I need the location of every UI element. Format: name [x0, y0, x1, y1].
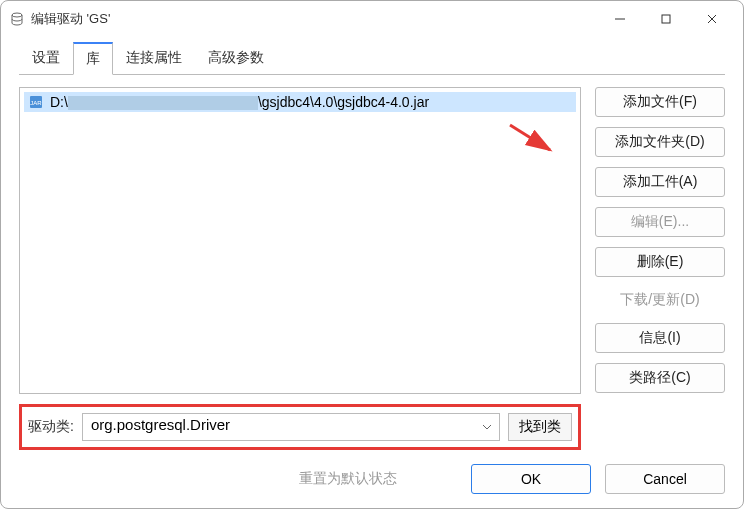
find-class-button[interactable]: 找到类: [508, 413, 572, 441]
driver-class-row: 驱动类: org.postgresql.Driver 找到类: [19, 404, 581, 450]
body-row: JAR D:\\gsjdbc4\4.0\gsjdbc4-4.0.jar 驱动类:…: [19, 87, 725, 450]
reset-default-label: 重置为默认状态: [19, 470, 397, 488]
cancel-button[interactable]: Cancel: [605, 464, 725, 494]
tab-bar: 设置 库 连接属性 高级参数: [19, 41, 725, 75]
tab-library[interactable]: 库: [73, 42, 113, 75]
classpath-button[interactable]: 类路径(C): [595, 363, 725, 393]
svg-point-0: [12, 13, 22, 17]
right-column: 添加文件(F) 添加文件夹(D) 添加工件(A) 编辑(E)... 删除(E) …: [595, 87, 725, 450]
ok-button[interactable]: OK: [471, 464, 591, 494]
delete-button[interactable]: 删除(E): [595, 247, 725, 277]
tab-advanced[interactable]: 高级参数: [195, 42, 277, 75]
driver-class-select[interactable]: org.postgresql.Driver: [82, 413, 500, 441]
spacer: [595, 403, 725, 450]
driver-class-select-wrap: org.postgresql.Driver: [82, 413, 500, 441]
svg-rect-2: [662, 15, 670, 23]
tab-connection[interactable]: 连接属性: [113, 42, 195, 75]
window-controls: [597, 3, 735, 35]
footer: 重置为默认状态 OK Cancel: [19, 464, 725, 494]
dialog-window: 编辑驱动 'GS' 设置 库 连接属性 高级参数 JAR: [0, 0, 744, 509]
file-path-suffix: \gsjdbc4\4.0\gsjdbc4-4.0.jar: [258, 94, 429, 110]
titlebar: 编辑驱动 'GS': [1, 1, 743, 37]
add-folder-button[interactable]: 添加文件夹(D): [595, 127, 725, 157]
tab-settings[interactable]: 设置: [19, 42, 73, 75]
driver-class-value: org.postgresql.Driver: [91, 416, 230, 433]
jar-icon: JAR: [28, 94, 44, 110]
dialog-content: 设置 库 连接属性 高级参数 JAR D:\\gsjdbc4\4.0\gsjdb…: [1, 37, 743, 508]
file-path-prefix: D:\: [50, 94, 68, 110]
maximize-button[interactable]: [643, 3, 689, 35]
driver-class-label: 驱动类:: [28, 418, 74, 436]
add-artifact-button[interactable]: 添加工件(A): [595, 167, 725, 197]
svg-text:JAR: JAR: [30, 100, 42, 106]
left-column: JAR D:\\gsjdbc4\4.0\gsjdbc4-4.0.jar 驱动类:…: [19, 87, 581, 450]
close-button[interactable]: [689, 3, 735, 35]
add-file-button[interactable]: 添加文件(F): [595, 87, 725, 117]
file-path: D:\\gsjdbc4\4.0\gsjdbc4-4.0.jar: [50, 94, 429, 110]
redacted-path: [68, 96, 258, 110]
download-update-label: 下载/更新(D): [595, 287, 725, 313]
edit-button[interactable]: 编辑(E)...: [595, 207, 725, 237]
window-title: 编辑驱动 'GS': [31, 10, 597, 28]
minimize-button[interactable]: [597, 3, 643, 35]
info-button[interactable]: 信息(I): [595, 323, 725, 353]
file-list-item[interactable]: JAR D:\\gsjdbc4\4.0\gsjdbc4-4.0.jar: [24, 92, 576, 112]
database-icon: [9, 11, 25, 27]
file-list[interactable]: JAR D:\\gsjdbc4\4.0\gsjdbc4-4.0.jar: [19, 87, 581, 394]
